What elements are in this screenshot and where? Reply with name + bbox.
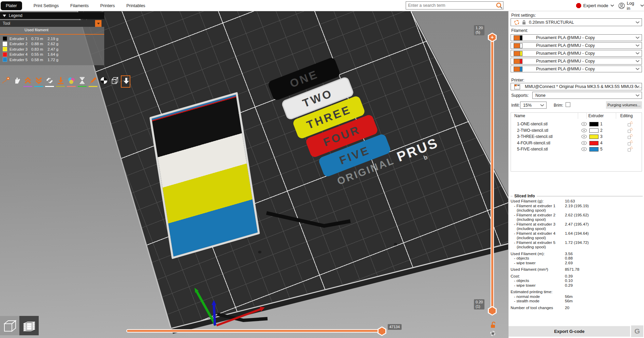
custom-gcodes-icon[interactable]	[88, 75, 98, 88]
object-name[interactable]: 5-FIVE-stencil.stl	[517, 147, 548, 152]
deretractions-icon[interactable]	[34, 75, 43, 88]
tool-changes-icon[interactable]	[56, 75, 65, 88]
search-icon[interactable]	[496, 2, 503, 9]
view-mode-buttons	[0, 316, 39, 335]
extruder-color-swatch[interactable]	[589, 147, 599, 152]
slider-settings-gear-icon[interactable]	[490, 331, 495, 336]
expert-mode-label: Expert mode	[583, 3, 608, 8]
login-control[interactable]: Log in	[618, 0, 644, 11]
filament-dropdown-5[interactable]: Prusament PLA @MMU - Copy	[511, 66, 642, 72]
object-name[interactable]: 3-THREE-stencil.stl	[517, 134, 553, 139]
center-of-gravity-icon[interactable]	[99, 75, 109, 88]
filament-dropdown-2[interactable]: Prusament PLA @MMU - Copy	[511, 42, 642, 49]
extruder-number: 4	[600, 141, 603, 145]
editing-icon[interactable]	[628, 134, 632, 139]
filament-color-chip	[514, 59, 522, 64]
filament-weight: 1.72 g	[48, 58, 64, 62]
filament-dropdown-1[interactable]: Prusament PLA @MMU - Copy	[511, 34, 642, 41]
view-type-dropdown[interactable]: Tool	[0, 20, 102, 27]
editing-icon[interactable]	[628, 141, 632, 145]
supports-label: Supports:	[511, 93, 529, 98]
feature-underline	[23, 86, 32, 87]
extruder-color-swatch[interactable]	[589, 135, 599, 139]
supports-dropdown[interactable]: None	[532, 92, 642, 99]
tab-printers[interactable]: Printers	[100, 3, 115, 8]
retractions-icon[interactable]	[23, 75, 33, 88]
3d-view-button[interactable]	[0, 316, 19, 335]
filament-length: 0.55 m	[31, 52, 48, 56]
sliced-info-value: 2.69	[565, 261, 573, 266]
printer-dropdown[interactable]: MMU@Connect * Original Prusa MK3.5 & MK3…	[511, 83, 642, 90]
tab-plater[interactable]: Plater	[1, 1, 22, 10]
layer-slider-top-handle[interactable]: +	[488, 33, 497, 42]
filament-dropdown-4[interactable]: Prusament PLA @MMU - Copy	[511, 58, 642, 65]
object-row[interactable]: 1-ONE-stencil.stl1	[511, 121, 642, 127]
travels-icon[interactable]	[1, 75, 11, 88]
seams-icon[interactable]	[45, 75, 54, 88]
tab-print-settings[interactable]: Print Settings	[34, 3, 59, 8]
extruder-color-swatch	[3, 57, 7, 62]
extruder-color-swatch[interactable]	[589, 128, 599, 133]
sliced-info-value: 56m	[565, 295, 573, 299]
unlock-icon[interactable]	[490, 321, 497, 328]
export-gcode-icon-button[interactable]: G	[631, 325, 643, 337]
visibility-eye-icon[interactable]	[581, 147, 587, 152]
filament-color-chip	[514, 35, 522, 40]
visibility-eye-icon[interactable]	[581, 128, 587, 134]
purging-volumes-button[interactable]: Purging volumes...	[606, 101, 642, 109]
3d-viewport[interactable]: ORIGINAL PRUS b ONETWOTHREEFOURFIVE Lege…	[0, 11, 508, 338]
object-name[interactable]: 1-ONE-stencil.stl	[517, 122, 548, 126]
object-row[interactable]: 3-THREE-stencil.stl3	[511, 134, 642, 140]
object-name[interactable]: 4-FOUR-stencil.stl	[517, 141, 550, 145]
layer-slider-bottom-handle[interactable]	[488, 306, 497, 316]
sliced-info-row: - Filament at extruder 1(including spool…	[511, 204, 643, 213]
sliced-layers-view-button[interactable]	[19, 316, 39, 335]
print-settings-dropdown[interactable]: 0.20mm STRUCTURAL	[511, 18, 642, 26]
infill-value: 15%	[523, 103, 532, 108]
printer-value: MMU@Connect * Original Prusa MK3.5 & MK3…	[525, 84, 642, 89]
object-row[interactable]: 4-FOUR-stencil.stl4	[511, 140, 642, 146]
search-input[interactable]	[406, 3, 496, 8]
sliced-info-sublabel: (including spool)	[514, 236, 565, 241]
legend-toggle-icon[interactable]	[121, 75, 130, 88]
editing-icon[interactable]	[628, 128, 632, 133]
editing-icon[interactable]	[628, 122, 632, 126]
tab-filaments[interactable]: Filaments	[70, 3, 89, 8]
extruder-color-swatch[interactable]	[589, 122, 599, 126]
column-header-editing: Editing	[620, 113, 633, 118]
color-changes-icon[interactable]	[67, 75, 76, 88]
sliced-info-row: Used Filament (g):10.63	[511, 199, 643, 204]
printer-icon	[514, 84, 520, 89]
layer-slider-track[interactable]	[491, 38, 494, 312]
object-row[interactable]: 2-TWO-stencil.stl2	[511, 127, 642, 134]
legend-header[interactable]: Legend	[0, 12, 104, 19]
shells-icon[interactable]	[110, 75, 119, 88]
pause-prints-icon[interactable]	[77, 75, 87, 88]
print-settings-label: Print settings:	[511, 13, 536, 18]
sliced-info-row: Used Filament (mm³)8571.78	[511, 267, 643, 272]
editing-icon[interactable]	[628, 147, 632, 152]
object-row[interactable]: 5-FIVE-stencil.stl5	[511, 146, 642, 153]
wipe-icon[interactable]	[12, 75, 22, 88]
visibility-eye-icon[interactable]	[581, 141, 587, 146]
move-slider-handle[interactable]	[378, 326, 386, 336]
object-name[interactable]: 2-TWO-stencil.stl	[517, 128, 548, 133]
expert-mode-control[interactable]: Expert mode	[576, 0, 614, 11]
tab-printables[interactable]: Printables	[126, 3, 145, 8]
brim-checkbox[interactable]	[566, 102, 570, 107]
filament-dropdown-3[interactable]: Prusament PLA @MMU - Copy	[511, 50, 642, 57]
filament-length: 0.88 m	[31, 42, 48, 46]
export-gcode-button[interactable]: Export G-code	[509, 326, 630, 337]
visibility-eye-icon[interactable]	[581, 135, 587, 140]
infill-dropdown[interactable]: 15%	[520, 102, 547, 109]
sliced-info-value: 0.39	[565, 274, 573, 279]
dropdown-arrow-button[interactable]	[95, 20, 102, 27]
gcode-toolbar	[1, 75, 130, 88]
move-slider-track[interactable]	[126, 329, 386, 333]
visibility-eye-icon[interactable]	[581, 122, 587, 127]
sliced-info-row: - stealth mode56m	[511, 299, 643, 304]
search-box[interactable]	[406, 1, 503, 10]
sliced-info-title: Sliced Info	[513, 194, 537, 198]
used-filament-header: Used filament	[0, 28, 73, 33]
extruder-color-swatch[interactable]	[589, 141, 599, 145]
